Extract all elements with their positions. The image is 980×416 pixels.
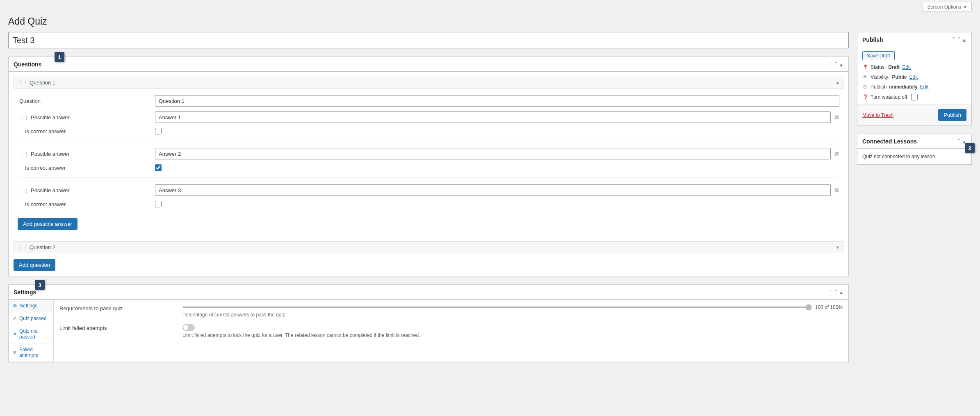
drag-handle-icon[interactable]: ⋮⋮	[19, 151, 28, 157]
requirements-label: Requirements to pass quiz	[59, 305, 182, 311]
move-up-icon[interactable]: ˄	[951, 36, 956, 43]
connected-lessons-metabox: 2 Connected Lessons ˄ ˅ ▴ Quiz not conne…	[857, 134, 972, 165]
move-down-icon[interactable]: ˅	[957, 36, 961, 43]
edit-status-link[interactable]: Edit	[902, 64, 911, 70]
questions-heading: Questions	[14, 61, 41, 68]
requirements-value: 100 of 100%	[815, 305, 843, 310]
calendar-icon: 🗓	[862, 84, 868, 90]
move-up-icon[interactable]: ˄	[828, 289, 833, 296]
answer-label: Possible answer	[31, 187, 70, 193]
answer-label: Possible answer	[31, 151, 70, 157]
wpautop-checkbox[interactable]	[911, 94, 918, 100]
question-1-input[interactable]	[155, 95, 839, 107]
move-to-trash-link[interactable]: Move to Trash	[862, 112, 893, 118]
question-2-panel-header[interactable]: ⋮⋮Question 2 ▾	[14, 241, 843, 253]
move-up-icon[interactable]: ˄	[951, 138, 956, 145]
edit-visibility-link[interactable]: Edit	[909, 74, 918, 80]
correct-label: Is correct answer	[18, 201, 155, 207]
answer-1-correct-checkbox[interactable]	[155, 128, 162, 134]
limit-label: Limit failed attempts	[59, 324, 182, 331]
questions-header: Questions ˄ ˅ ▴	[9, 57, 848, 72]
answer-label: Possible answer	[31, 114, 70, 120]
question-1-panel-header[interactable]: ⋮⋮Question 1 ▴	[14, 77, 843, 89]
help-icon: ❓	[862, 94, 868, 100]
close-icon: ✕	[13, 350, 17, 355]
connected-message: Quiz not connected to any lesson	[862, 154, 935, 159]
publish-button[interactable]: Publish	[938, 109, 966, 121]
drag-handle-icon[interactable]: ⋮⋮	[18, 244, 27, 250]
move-down-icon[interactable]: ˅	[957, 138, 961, 145]
save-draft-button[interactable]: Save Draft	[862, 51, 895, 60]
remove-answer-icon[interactable]: ✖	[834, 150, 839, 158]
gear-icon: ⚙	[13, 303, 17, 309]
visibility-value: Public	[892, 74, 907, 80]
settings-heading: Settings	[14, 289, 36, 296]
callout-badge-2: 2	[965, 143, 975, 153]
edit-publish-time-link[interactable]: Edit	[920, 84, 929, 90]
screen-options-button[interactable]: Screen Options ▼	[923, 2, 972, 12]
status-value: Draft	[888, 64, 900, 70]
tab-settings-label: Settings	[20, 303, 37, 309]
chevron-down-icon: ▼	[963, 5, 967, 9]
visibility-label: Visibility:	[871, 74, 889, 80]
answer-2-input[interactable]	[155, 148, 831, 159]
tab-failed-label: Failed attempts	[19, 347, 49, 358]
tab-passed-label: Quiz passed	[19, 316, 47, 321]
publish-time-label: Publish	[871, 84, 887, 90]
questions-metabox: 1 Questions ˄ ˅ ▴ ⋮⋮Question 1 ▴ Questio…	[8, 57, 849, 276]
tab-quiz-passed[interactable]: ✓ Quiz passed	[9, 312, 53, 325]
move-down-icon[interactable]: ˅	[834, 289, 838, 296]
correct-label: Is correct answer	[18, 165, 155, 171]
publish-metabox: Publish ˄ ˅ ▴ Save Draft 📍 Status: Draft…	[857, 32, 972, 125]
question-2-title: Question 2	[30, 244, 55, 250]
callout-badge-3: 3	[35, 280, 45, 290]
publish-heading: Publish	[862, 36, 883, 43]
add-answer-button[interactable]: Add possible answer	[18, 218, 77, 230]
connected-heading: Connected Lessons	[862, 138, 917, 145]
tab-settings[interactable]: ⚙ Settings	[9, 300, 53, 312]
move-up-icon[interactable]: ˄	[828, 61, 833, 68]
tab-failed-attempts[interactable]: ✕ Failed attempts	[9, 343, 53, 362]
answer-3-input[interactable]	[155, 184, 831, 196]
limit-toggle[interactable]	[182, 324, 195, 331]
correct-label: Is correct answer	[18, 128, 155, 134]
callout-badge-1: 1	[55, 52, 64, 62]
toggle-panel-icon[interactable]: ▴	[839, 289, 843, 296]
publish-time-value: immediately	[889, 84, 917, 90]
settings-header: Settings ˄ ˅ ▴	[9, 285, 848, 300]
answer-1-input[interactable]	[155, 111, 831, 123]
add-question-button[interactable]: Add question	[14, 259, 55, 271]
settings-metabox: 3 Settings ˄ ˅ ▴ ⚙ Settings ✓ Qui	[8, 284, 849, 362]
tab-not-passed-label: Quiz not passed	[19, 328, 49, 340]
pin-icon: 📍	[862, 64, 868, 70]
requirements-slider[interactable]	[182, 307, 812, 308]
answer-3-correct-checkbox[interactable]	[155, 201, 162, 207]
screen-options-label: Screen Options	[927, 4, 961, 10]
collapse-icon[interactable]: ▴	[836, 80, 839, 85]
remove-answer-icon[interactable]: ✖	[834, 186, 839, 194]
move-down-icon[interactable]: ˅	[834, 61, 838, 68]
drag-handle-icon[interactable]: ⋮⋮	[19, 187, 28, 193]
question-1-title: Question 1	[30, 80, 55, 86]
eye-icon: 👁	[862, 74, 868, 80]
limit-help: Limit failed attempts to lock the quiz f…	[182, 332, 843, 338]
check-icon: ✓	[13, 316, 17, 321]
toggle-panel-icon[interactable]: ▴	[962, 36, 966, 43]
question-label: Question	[18, 98, 155, 104]
quiz-title-input[interactable]	[8, 32, 849, 48]
close-icon: ✕	[13, 331, 17, 337]
status-label: Status:	[871, 64, 886, 70]
answer-2-correct-checkbox[interactable]	[155, 164, 162, 171]
requirements-help: Percentage of correct answers to pass th…	[182, 312, 843, 318]
page-title: Add Quiz	[8, 16, 972, 27]
wpautop-label: Turn wpautop off:	[871, 94, 909, 100]
toggle-panel-icon[interactable]: ▴	[839, 61, 843, 68]
tab-quiz-not-passed[interactable]: ✕ Quiz not passed	[9, 325, 53, 343]
drag-handle-icon[interactable]: ⋮⋮	[18, 80, 27, 86]
expand-icon[interactable]: ▾	[836, 245, 839, 250]
remove-answer-icon[interactable]: ✖	[834, 114, 839, 121]
drag-handle-icon[interactable]: ⋮⋮	[19, 114, 28, 120]
